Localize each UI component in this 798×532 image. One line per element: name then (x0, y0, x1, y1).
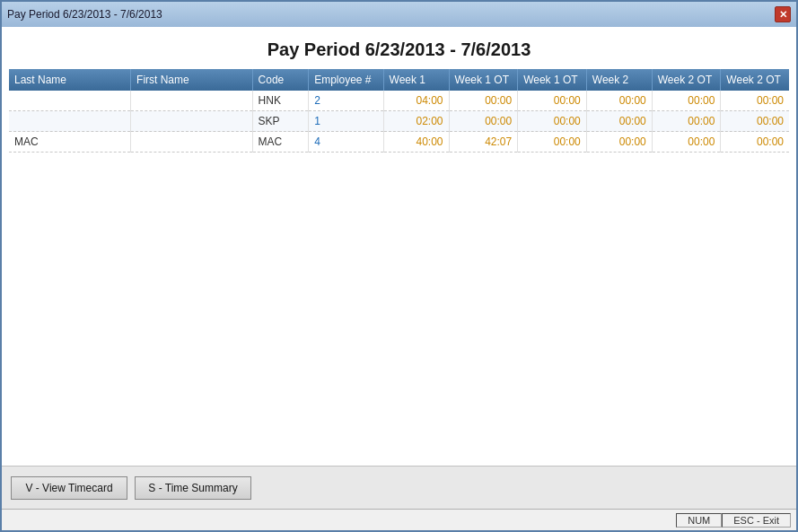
col-header-week1ot: Week 1 OT (449, 69, 518, 91)
table-cell: 00:00 (652, 111, 721, 132)
table-header-row: Last Name First Name Code Employee # Wee… (9, 69, 789, 91)
table-cell: 00:00 (652, 91, 721, 111)
table-row: SKP102:0000:0000:0000:0000:0000:00 (9, 111, 789, 132)
table-row: MACMAC440:0042:0700:0000:0000:0000:00 (9, 132, 789, 153)
table-cell: 04:00 (383, 91, 449, 111)
table-cell: 00:00 (449, 91, 518, 111)
table-cell: 00:00 (652, 132, 721, 153)
table-cell: 00:00 (518, 91, 587, 111)
table-cell (9, 111, 131, 132)
page-title: Pay Period 6/23/2013 - 7/6/2013 (2, 27, 796, 69)
content-area: Pay Period 6/23/2013 - 7/6/2013 Last Nam… (2, 27, 796, 509)
view-timecard-button[interactable]: V - View Timecard (11, 476, 127, 500)
table-cell (131, 91, 253, 111)
table-cell[interactable]: 4 (309, 132, 383, 153)
time-summary-button[interactable]: S - Time Summary (135, 476, 251, 500)
table-row: HNK204:0000:0000:0000:0000:0000:00 (9, 91, 789, 111)
window-title: Pay Period 6/23/2013 - 7/6/2013 (7, 8, 162, 21)
title-bar: Pay Period 6/23/2013 - 7/6/2013 ✕ (2, 2, 796, 27)
table-cell[interactable]: 1 (309, 111, 383, 132)
table-cell (131, 111, 253, 132)
table-cell: 02:00 (383, 111, 449, 132)
table-cell: 00:00 (518, 111, 587, 132)
table-container: Last Name First Name Code Employee # Wee… (2, 69, 796, 466)
table-cell: 00:00 (518, 132, 587, 153)
bottom-buttons-bar: V - View Timecard S - Time Summary (2, 466, 796, 509)
status-esc: ESC - Exit (722, 513, 791, 528)
col-header-week1ot2: Week 1 OT (518, 69, 587, 91)
col-header-week1: Week 1 (383, 69, 449, 91)
col-header-week2ot: Week 2 OT (652, 69, 721, 91)
status-bar: NUM ESC - Exit (2, 509, 796, 530)
table-cell: 42:07 (449, 132, 518, 153)
table-cell: 00:00 (721, 111, 789, 132)
table-cell (9, 91, 131, 111)
col-header-lastname: Last Name (9, 69, 131, 91)
table-cell: MAC (252, 132, 309, 153)
table-body: HNK204:0000:0000:0000:0000:0000:00SKP102… (9, 91, 789, 153)
col-header-empnum: Employee # (309, 69, 383, 91)
timecard-table: Last Name First Name Code Employee # Wee… (9, 69, 789, 153)
table-cell: 00:00 (586, 111, 652, 132)
status-items: NUM ESC - Exit (676, 513, 791, 528)
close-button[interactable]: ✕ (775, 6, 791, 22)
table-cell: 00:00 (721, 91, 789, 111)
table-cell: 00:00 (586, 132, 652, 153)
col-header-code: Code (252, 69, 309, 91)
table-cell: SKP (252, 111, 309, 132)
status-num: NUM (676, 513, 722, 528)
table-cell[interactable]: 2 (309, 91, 383, 111)
table-cell: MAC (9, 132, 131, 153)
table-cell: 00:00 (586, 91, 652, 111)
col-header-firstname: First Name (131, 69, 253, 91)
table-cell: 40:00 (383, 132, 449, 153)
table-cell: 00:00 (449, 111, 518, 132)
col-header-week2: Week 2 (586, 69, 652, 91)
table-cell (131, 132, 253, 153)
table-cell: 00:00 (721, 132, 789, 153)
main-window: Pay Period 6/23/2013 - 7/6/2013 ✕ Pay Pe… (0, 0, 798, 532)
col-header-week2ot2: Week 2 OT (721, 69, 789, 91)
table-cell: HNK (252, 91, 309, 111)
